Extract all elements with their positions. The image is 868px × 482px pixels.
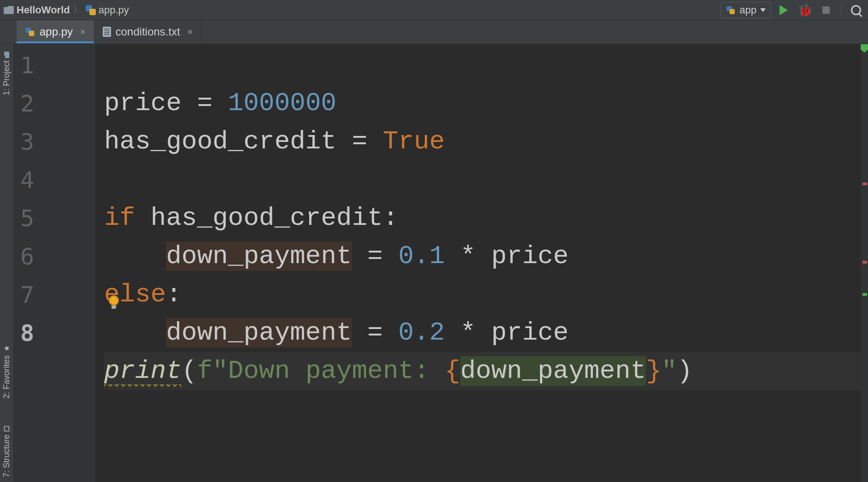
run-configuration-label: app xyxy=(739,4,757,16)
code-line: else: xyxy=(104,276,861,314)
line-number: 1 xyxy=(14,46,94,84)
navigation-bar: HelloWorld 〉 app.py app 🐞 xyxy=(0,0,868,20)
line-number: 5 xyxy=(14,199,94,237)
tool-window-project[interactable]: 1: Project xyxy=(2,48,12,100)
line-number: 2 xyxy=(14,84,94,123)
code-line: down_payment = 0.2 * price xyxy=(104,314,861,352)
close-icon[interactable]: × xyxy=(188,27,193,37)
line-number: 6 xyxy=(14,237,94,276)
python-file-icon xyxy=(86,5,96,15)
search-icon xyxy=(851,5,861,15)
error-marker[interactable] xyxy=(862,182,867,185)
tab-conditions-txt[interactable]: conditions.txt × xyxy=(94,20,202,43)
run-button[interactable] xyxy=(775,2,792,18)
line-number: 3 xyxy=(14,123,94,161)
editor: 1 2 3 4 5 6 7 8 price = 1000000has_good_… xyxy=(14,44,868,482)
tool-window-structure[interactable]: 7: Structure xyxy=(2,422,12,482)
code-line: print(f"Down payment: {down_payment}") xyxy=(104,352,861,390)
tool-window-label: 1: Project xyxy=(2,60,12,95)
gutter[interactable]: 1 2 3 4 5 6 7 8 xyxy=(14,44,95,482)
code-line: price = 1000000 xyxy=(104,84,861,123)
python-icon xyxy=(727,6,735,14)
python-file-icon xyxy=(26,28,35,36)
line-number: 7 xyxy=(14,276,94,314)
error-stripe[interactable] xyxy=(861,44,868,482)
tool-window-stripe-left: 1: Project 2: Favorites ★ 7: Structure xyxy=(0,44,14,482)
text-file-icon xyxy=(103,27,111,37)
code-line: down_payment = 0.1 * price xyxy=(104,237,861,276)
breadcrumb-project-label: HelloWorld xyxy=(17,4,70,16)
code-line: if has_good_credit: xyxy=(104,199,861,237)
run-toolbar: app 🐞 xyxy=(721,2,864,18)
tab-label: conditions.txt xyxy=(116,25,180,38)
error-marker[interactable] xyxy=(862,261,867,264)
editor-tabs: app.py × conditions.txt × xyxy=(0,20,868,44)
bug-icon: 🐞 xyxy=(798,4,812,16)
breadcrumb: HelloWorld 〉 app.py xyxy=(4,3,721,17)
close-icon[interactable]: × xyxy=(80,27,86,37)
chevron-down-icon xyxy=(760,8,766,12)
breadcrumb-file-label: app.py xyxy=(99,4,129,16)
stop-button[interactable] xyxy=(818,2,834,18)
line-number: 4 xyxy=(14,161,94,199)
analysis-status-icon xyxy=(861,44,868,53)
folder-icon xyxy=(4,6,14,14)
star-icon: ★ xyxy=(2,344,11,353)
code-line xyxy=(104,161,861,199)
ok-marker[interactable] xyxy=(862,293,867,296)
stop-icon xyxy=(822,6,830,14)
folder-icon xyxy=(4,52,9,58)
tool-window-favorites[interactable]: 2: Favorites ★ xyxy=(2,339,12,403)
breadcrumb-project[interactable]: HelloWorld xyxy=(4,4,70,16)
chevron-right-icon: 〉 xyxy=(73,3,83,17)
tab-app-py[interactable]: app.py × xyxy=(17,20,94,43)
code-area[interactable]: price = 1000000has_good_credit = Trueif … xyxy=(95,44,861,482)
line-number: 8 xyxy=(14,314,94,352)
play-icon xyxy=(780,5,788,15)
tool-window-label: 2: Favorites xyxy=(2,355,12,399)
find-button[interactable] xyxy=(848,2,864,18)
structure-icon xyxy=(4,426,10,431)
debug-button[interactable]: 🐞 xyxy=(797,2,813,18)
intention-bulb-icon[interactable] xyxy=(109,295,119,306)
tool-window-label: 7: Structure xyxy=(2,435,12,477)
separator xyxy=(841,4,841,17)
tab-label: app.py xyxy=(40,25,73,38)
breadcrumb-file[interactable]: app.py xyxy=(86,4,129,16)
run-configuration-selector[interactable]: app xyxy=(721,2,771,18)
code-line: has_good_credit = True xyxy=(104,123,861,161)
